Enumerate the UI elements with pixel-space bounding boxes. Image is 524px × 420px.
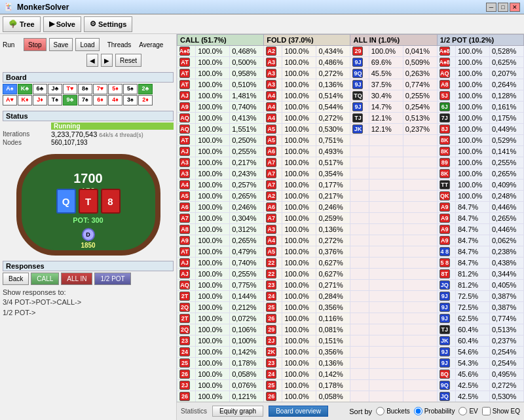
fold-pct: 100.0% xyxy=(282,224,316,235)
fold-hand: 25 xyxy=(264,380,282,391)
allin-hand: 9J xyxy=(350,102,369,113)
fold-val: 0,136% xyxy=(316,224,350,235)
board-card[interactable]: 6♣ xyxy=(33,84,47,94)
allin-val: 0,509% xyxy=(403,57,437,68)
halfpot-hand: 9Q xyxy=(437,380,455,391)
allin-button[interactable]: ALL IN xyxy=(61,273,92,285)
equity-graph-tab[interactable]: Equity graph xyxy=(212,406,263,417)
tree-button[interactable]: 🌳 Tree xyxy=(3,16,41,32)
fold-hand: A4 xyxy=(264,102,282,113)
call-pct: 100.0% xyxy=(196,46,230,57)
card-badge: A9 xyxy=(179,236,190,245)
back-button[interactable]: Back xyxy=(3,273,29,285)
stop-button[interactable]: Stop xyxy=(24,38,47,51)
settings-button[interactable]: ⚙ Settings xyxy=(84,16,132,32)
dealer-circle: D xyxy=(82,228,95,241)
save-button[interactable]: Save xyxy=(49,38,73,51)
halfpot-val: 0,405% xyxy=(489,280,523,291)
board-card[interactable]: J♣ xyxy=(48,84,62,94)
allin-val xyxy=(403,168,437,180)
board-card[interactable]: 7♠ xyxy=(78,95,92,105)
allin-pct xyxy=(369,202,403,213)
fold-val: 0,142% xyxy=(316,369,350,380)
fold-hand: A5 xyxy=(264,246,282,258)
halfpot-pct: 42.5% xyxy=(455,380,489,391)
allin-val xyxy=(403,224,437,235)
show-eq-checkbox[interactable] xyxy=(482,407,491,415)
probability-label: Probability xyxy=(424,408,455,415)
halfpot-hand: A9 xyxy=(437,235,455,246)
board-card[interactable]: K♦ xyxy=(18,95,32,105)
card-badge: 5 8 xyxy=(440,258,450,267)
threads-left-button[interactable]: ◀ xyxy=(86,54,98,67)
call-hand: AQ xyxy=(178,280,196,291)
maximize-button[interactable]: □ xyxy=(498,3,508,12)
board-card[interactable]: A♥ xyxy=(3,95,17,105)
call-hand: A4 xyxy=(178,180,196,191)
allin-hand xyxy=(350,313,369,324)
right-panel: CALL (51.7%) FOLD (37.0%) ALL IN (1.0%) … xyxy=(177,34,524,420)
close-button[interactable]: ✕ xyxy=(510,3,520,12)
buckets-radio[interactable] xyxy=(376,407,384,415)
board-card[interactable]: 6♦ xyxy=(93,95,107,105)
call-val: 0,106% xyxy=(230,324,264,335)
board-card[interactable]: T♠ xyxy=(48,95,62,105)
solve-button[interactable]: ▶ Solve xyxy=(43,16,81,32)
card-badge: 25 xyxy=(179,358,190,368)
probability-radio-group[interactable]: Probability xyxy=(414,407,455,415)
allin-pct xyxy=(369,269,403,280)
call-val: 0,255% xyxy=(230,146,264,157)
probability-radio[interactable] xyxy=(414,407,422,415)
fold-hand: 22 xyxy=(264,269,282,280)
run-row: Run Stop Save Load Threads Average xyxy=(3,37,174,52)
call-val: 0,142% xyxy=(230,347,264,358)
fold-hand: A6 xyxy=(264,146,282,157)
allin-pct xyxy=(369,258,403,269)
data-table-wrapper[interactable]: CALL (51.7%) FOLD (37.0%) ALL IN (1.0%) … xyxy=(177,34,524,402)
halfpot-button[interactable]: 1/2 POT xyxy=(94,273,130,285)
halfpot-pct: 54.3% xyxy=(455,358,489,369)
board-card[interactable]: 9♣ xyxy=(63,95,77,105)
board-card[interactable]: 2♦ xyxy=(138,95,153,105)
call-pct: 100.0% xyxy=(196,124,230,135)
halfpot-hand: 8K xyxy=(437,168,455,180)
board-card[interactable]: 5♠ xyxy=(123,84,138,94)
minimize-button[interactable]: ─ xyxy=(486,3,496,12)
board-card[interactable]: 2♣ xyxy=(138,84,153,94)
fold-pct: 100.0% xyxy=(282,180,316,191)
halfpot-val: 0,141% xyxy=(489,146,523,157)
show-eq-checkbox-group[interactable]: Show EQ xyxy=(482,407,520,415)
call-pct: 100.0% xyxy=(196,358,230,369)
card-badge: JK xyxy=(440,336,450,345)
board-card[interactable]: T♥ xyxy=(63,84,77,94)
board-card[interactable]: 5♦ xyxy=(108,84,122,94)
call-val: 0,246% xyxy=(230,202,264,213)
fold-pct: 100.0% xyxy=(282,135,316,146)
buckets-radio-group[interactable]: Buckets xyxy=(376,407,410,415)
board-card[interactable]: 3♠ xyxy=(123,95,138,105)
halfpot-val: 0,265% xyxy=(489,168,523,180)
board-card[interactable]: 7♥ xyxy=(93,84,107,94)
board-card[interactable]: 4♦ xyxy=(108,95,122,105)
sort-section: Sort by Buckets Probability EV Show EQ xyxy=(349,407,520,415)
allin-hand xyxy=(350,202,369,213)
ev-radio[interactable] xyxy=(458,407,467,415)
board-overview-tab[interactable]: Board overview xyxy=(269,406,328,417)
ev-radio-group[interactable]: EV xyxy=(458,407,477,415)
board-card[interactable]: J♦ xyxy=(33,95,47,105)
reset-button[interactable]: Reset xyxy=(115,54,141,67)
allin-val xyxy=(403,235,437,246)
fold-val: 0,272% xyxy=(316,68,350,79)
table-header: CALL (51.7%) FOLD (37.0%) ALL IN (1.0%) … xyxy=(178,35,524,46)
threads-right-button[interactable]: ▶ xyxy=(101,54,113,67)
threads-row: ◀ ▶ Reset xyxy=(3,52,174,68)
call-pct: 100.0% xyxy=(196,90,230,102)
board-card[interactable]: A♠ xyxy=(3,84,17,94)
allin-hand: 9Q xyxy=(350,68,369,79)
call-button[interactable]: CALL xyxy=(31,273,59,285)
load-button[interactable]: Load xyxy=(75,38,99,51)
halfpot-pct: 84.7% xyxy=(455,224,489,235)
board-card[interactable]: K♣ xyxy=(18,84,32,94)
card-badge: 24 xyxy=(179,347,190,356)
board-card[interactable]: 8♠ xyxy=(78,84,92,94)
